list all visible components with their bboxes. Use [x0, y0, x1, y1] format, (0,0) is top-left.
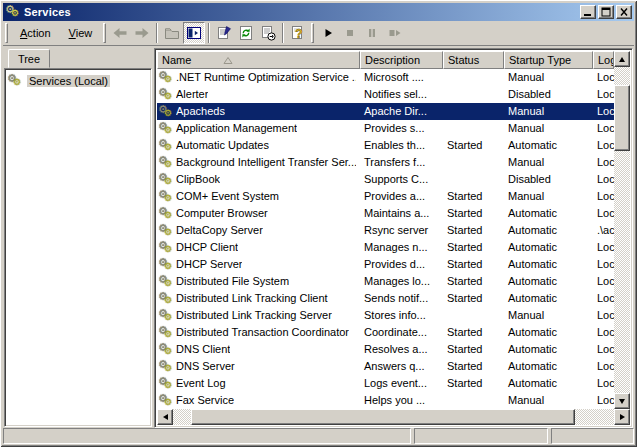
scroll-left-button[interactable]: [157, 409, 173, 425]
service-gear-icon: ⚙⚙: [158, 155, 174, 171]
table-row[interactable]: ⚙⚙Distributed Transaction CoordinatorCoo…: [157, 324, 614, 341]
toolbar-grip[interactable]: [5, 23, 8, 43]
table-row[interactable]: ⚙⚙Distributed File SystemManages lo...St…: [157, 273, 614, 290]
toolbar-separator: [208, 23, 210, 43]
tab-tree[interactable]: Tree: [8, 49, 50, 68]
table-row[interactable]: ⚙⚙ApachedsApache Dir...ManualLoca: [157, 103, 614, 120]
service-status-cell: Started: [443, 239, 504, 256]
start-service-button[interactable]: [317, 22, 339, 44]
close-icon: [618, 7, 630, 17]
triangle-up-icon: [619, 57, 625, 62]
service-gear-icon: ⚙⚙: [158, 138, 174, 154]
services-icon: ⚙⚙: [5, 4, 21, 20]
column-header-log-on-as[interactable]: Log: [593, 51, 614, 69]
service-description-cell: Provides s...: [360, 120, 443, 137]
refresh-button[interactable]: [235, 22, 257, 44]
minimize-button[interactable]: [580, 5, 596, 19]
service-gear-icon: ⚙⚙: [158, 257, 174, 273]
horizontal-scroll-track[interactable]: [173, 409, 614, 425]
stop-service-button[interactable]: [339, 22, 361, 44]
show-hide-console-tree-button[interactable]: [183, 22, 205, 44]
service-status-cell: [443, 307, 504, 324]
up-one-level-button[interactable]: [161, 22, 183, 44]
column-header-name[interactable]: Name: [157, 51, 360, 69]
vertical-scrollbar[interactable]: [614, 51, 630, 409]
service-gear-icon: ⚙⚙: [158, 325, 174, 341]
service-logon-cell: Loca: [593, 307, 614, 324]
service-startup-cell: Manual: [504, 103, 593, 120]
table-row[interactable]: ⚙⚙DNS ServerAnswers q...StartedAutomatic…: [157, 358, 614, 375]
service-startup-cell: Automatic: [504, 137, 593, 154]
vertical-scroll-track[interactable]: [614, 67, 630, 393]
table-row[interactable]: ⚙⚙.NET Runtime Optimization Service ...M…: [157, 69, 614, 86]
table-row[interactable]: ⚙⚙Distributed Link Tracking ClientSends …: [157, 290, 614, 307]
table-row[interactable]: ⚙⚙Automatic UpdatesEnables th...StartedA…: [157, 137, 614, 154]
horizontal-scrollbar[interactable]: [157, 409, 630, 425]
column-header-startup-type[interactable]: Startup Type: [504, 51, 593, 69]
vertical-scroll-thumb[interactable]: [614, 85, 630, 151]
service-description-cell: Helps you ...: [360, 392, 443, 409]
service-status-cell: [443, 120, 504, 137]
export-list-button[interactable]: [257, 22, 279, 44]
table-row[interactable]: ⚙⚙DHCP ServerProvides d...StartedAutomat…: [157, 256, 614, 273]
scroll-up-button[interactable]: [614, 51, 630, 67]
service-description-cell: Stores info...: [360, 307, 443, 324]
tree-item-label: Services (Local): [27, 75, 110, 87]
service-startup-cell: Manual: [504, 392, 593, 409]
service-name-cell: ⚙⚙Apacheds: [157, 103, 360, 120]
maximize-button[interactable]: [598, 5, 614, 19]
sort-asc-icon: [223, 56, 233, 65]
horizontal-scroll-thumb[interactable]: [191, 409, 575, 425]
table-row[interactable]: ⚙⚙ClipBookSupports C...DisabledLoca: [157, 171, 614, 188]
properties-button[interactable]: [213, 22, 235, 44]
column-header-description[interactable]: Description: [360, 51, 443, 69]
forward-button[interactable]: [131, 22, 153, 44]
service-startup-cell: Manual: [504, 120, 593, 137]
back-icon: [112, 25, 128, 41]
scroll-right-button[interactable]: [614, 409, 630, 425]
toolbar-grip[interactable]: [103, 23, 106, 43]
back-button[interactable]: [109, 22, 131, 44]
table-row[interactable]: ⚙⚙DNS ClientResolves a...StartedAutomati…: [157, 341, 614, 358]
service-name-label: Computer Browser: [176, 205, 268, 222]
service-startup-cell: Manual: [504, 154, 593, 171]
tree-item-services-local[interactable]: ⚙⚙ Services (Local): [7, 73, 149, 89]
toolbar-grip[interactable]: [311, 23, 314, 43]
service-status-cell: [443, 171, 504, 188]
service-status-cell: Started: [443, 188, 504, 205]
table-row[interactable]: ⚙⚙DeltaCopy ServerRsync serverStartedAut…: [157, 222, 614, 239]
service-gear-icon: ⚙⚙: [158, 206, 174, 222]
table-row[interactable]: ⚙⚙Event LogLogs event...StartedAutomatic…: [157, 375, 614, 392]
scroll-down-button[interactable]: [614, 393, 630, 409]
table-row[interactable]: ⚙⚙AlerterNotifies sel...DisabledLoca: [157, 86, 614, 103]
table-row[interactable]: ⚙⚙Distributed Link Tracking ServerStores…: [157, 307, 614, 324]
table-row[interactable]: ⚙⚙Application ManagementProvides s...Man…: [157, 120, 614, 137]
service-logon-cell: Loca: [593, 256, 614, 273]
table-row[interactable]: ⚙⚙Fax ServiceHelps you ...ManualLoca: [157, 392, 614, 409]
stop-service-icon: [342, 25, 358, 41]
service-status-cell: [443, 154, 504, 171]
restart-service-button[interactable]: [383, 22, 405, 44]
help-button[interactable]: ?: [287, 22, 309, 44]
toolbar-separator: [156, 23, 158, 43]
table-row[interactable]: ⚙⚙Computer BrowserMaintains a...StartedA…: [157, 205, 614, 222]
service-description-cell: Logs event...: [360, 375, 443, 392]
menu-view[interactable]: View: [60, 24, 102, 42]
titlebar[interactable]: ⚙⚙ Services: [3, 3, 634, 21]
service-startup-cell: Automatic: [504, 256, 593, 273]
close-button[interactable]: [616, 5, 632, 19]
restart-service-icon: [386, 25, 402, 41]
service-name-label: DNS Server: [176, 358, 235, 375]
table-row[interactable]: ⚙⚙Background Intelligent Transfer Ser...…: [157, 154, 614, 171]
service-gear-icon: ⚙⚙: [158, 376, 174, 392]
service-name-cell: ⚙⚙DHCP Server: [157, 256, 360, 273]
pause-service-button[interactable]: [361, 22, 383, 44]
menu-action[interactable]: Action: [11, 24, 60, 42]
column-header-status[interactable]: Status: [443, 51, 504, 69]
service-logon-cell: Loca: [593, 358, 614, 375]
triangle-down-icon: [619, 399, 625, 404]
service-startup-cell: Automatic: [504, 324, 593, 341]
triangle-right-icon: [620, 414, 625, 420]
table-row[interactable]: ⚙⚙DHCP ClientManages n...StartedAutomati…: [157, 239, 614, 256]
table-row[interactable]: ⚙⚙COM+ Event SystemProvides a...StartedM…: [157, 188, 614, 205]
